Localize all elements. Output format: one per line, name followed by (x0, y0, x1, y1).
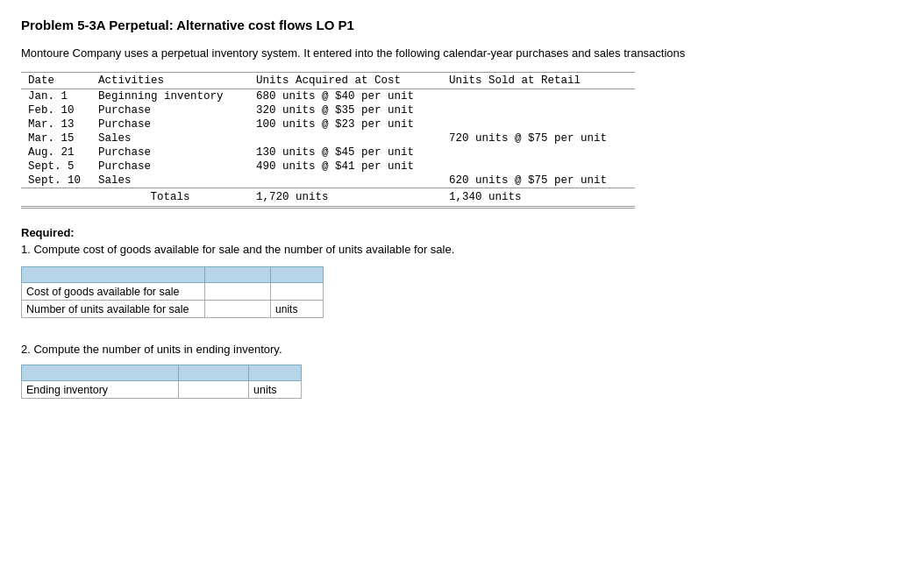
table-row: Feb. 10 Purchase 320 units @ $35 per uni… (21, 103, 635, 117)
cell-activity: Purchase (91, 117, 249, 131)
cell-acquired: 320 units @ $35 per unit (249, 103, 442, 117)
q2-text: 2. Compute the number of units in ending… (21, 343, 877, 356)
cell-activity: Beginning inventory (91, 89, 249, 104)
cell-activity: Purchase (91, 159, 249, 174)
answer2-input-0[interactable] (179, 381, 249, 399)
cell-date: Aug. 21 (21, 145, 91, 159)
table-row: Mar. 13 Purchase 100 units @ $23 per uni… (21, 117, 635, 131)
cell-acquired: 680 units @ $40 per unit (249, 89, 442, 104)
table-row: Aug. 21 Purchase 130 units @ $45 per uni… (21, 145, 635, 159)
cell-sold: 620 units @ $75 per unit (442, 174, 635, 188)
totals-sold: 1,340 units (442, 188, 635, 208)
cell-acquired: 100 units @ $23 per unit (249, 117, 442, 131)
answer-input-1[interactable] (205, 301, 271, 318)
col-header-date: Date (21, 73, 91, 89)
answer2-label-0: Ending inventory (22, 381, 179, 399)
cell-date: Mar. 15 (21, 131, 91, 145)
cell-date: Mar. 13 (21, 117, 91, 131)
answer-col-header-val (205, 267, 271, 283)
answer-unit-0 (271, 283, 324, 301)
cell-sold: 720 units @ $75 per unit (442, 131, 635, 145)
cell-sold (442, 89, 635, 104)
required-section: Required: 1. Compute cost of goods avail… (21, 226, 877, 399)
page-title: Problem 5-3A Perpetual: Alternative cost… (21, 18, 877, 32)
totals-acquired: 1,720 units (249, 188, 442, 208)
cell-activity: Purchase (91, 145, 249, 159)
answer-row: Number of units available for sale units (22, 301, 324, 318)
section2: 2. Compute the number of units in ending… (21, 343, 877, 399)
cell-sold (442, 159, 635, 174)
cell-sold (442, 145, 635, 159)
col-header-activity: Activities (91, 73, 249, 89)
answer-col-header-unit (271, 267, 324, 283)
col-header-acquired: Units Acquired at Cost (249, 73, 442, 89)
cell-activity: Sales (91, 131, 249, 145)
cell-activity: Purchase (91, 103, 249, 117)
table-row: Sept. 5 Purchase 490 units @ $41 per uni… (21, 159, 635, 174)
totals-label-text: Totals (91, 188, 249, 208)
cell-date: Jan. 1 (21, 89, 91, 104)
required-label: Required: (21, 226, 877, 239)
col-header-sold: Units Sold at Retail (442, 73, 635, 89)
totals-row: Totals 1,720 units 1,340 units (21, 188, 635, 208)
cell-date: Feb. 10 (21, 103, 91, 117)
table-row: Jan. 1 Beginning inventory 680 units @ $… (21, 89, 635, 104)
answer-table-1: Cost of goods available for sale Number … (21, 266, 324, 318)
cell-acquired: 130 units @ $45 per unit (249, 145, 442, 159)
answer-input-0[interactable] (205, 283, 271, 301)
cell-date: Sept. 10 (21, 174, 91, 188)
answer2-col-header-label (22, 365, 179, 381)
q1-text: 1. Compute cost of goods available for s… (21, 243, 877, 256)
cell-acquired (249, 174, 442, 188)
answer-row: Cost of goods available for sale (22, 283, 324, 301)
answer2-row: Ending inventory units (22, 381, 302, 399)
intro-text: Montoure Company uses a perpetual invent… (21, 46, 877, 60)
totals-label (21, 188, 91, 208)
cell-acquired: 490 units @ $41 per unit (249, 159, 442, 174)
answer-col-header-label (22, 267, 205, 283)
answer-unit-1: units (271, 301, 324, 318)
cell-acquired (249, 131, 442, 145)
answer-table-2: Ending inventory units (21, 365, 302, 399)
answer2-col-header-unit (249, 365, 302, 381)
answer2-unit-0: units (249, 381, 302, 399)
cell-sold (442, 103, 635, 117)
answer-label-1: Number of units available for sale (22, 301, 205, 318)
cell-sold (442, 117, 635, 131)
transaction-table: Date Activities Units Acquired at Cost U… (21, 72, 635, 209)
cell-activity: Sales (91, 174, 249, 188)
table-row: Sept. 10 Sales 620 units @ $75 per unit (21, 174, 635, 188)
answer-label-0: Cost of goods available for sale (22, 283, 205, 301)
table-row: Mar. 15 Sales 720 units @ $75 per unit (21, 131, 635, 145)
answer2-col-header-val (179, 365, 249, 381)
cell-date: Sept. 5 (21, 159, 91, 174)
